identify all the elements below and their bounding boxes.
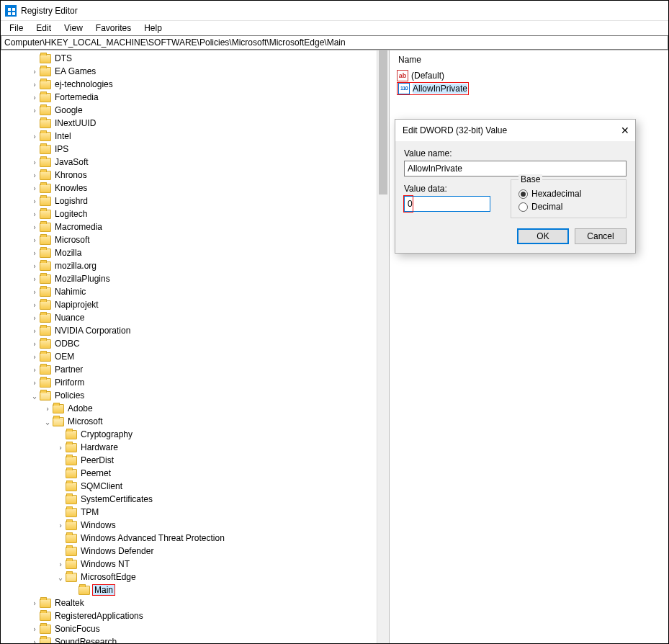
address-bar[interactable]: Computer\HKEY_LOCAL_MACHINE\SOFTWARE\Pol… bbox=[1, 35, 668, 50]
tree-item[interactable]: Windows Defender bbox=[55, 545, 389, 558]
collapse-icon[interactable]: ⌄ bbox=[55, 573, 66, 581]
expand-icon[interactable]: › bbox=[30, 288, 40, 296]
tree-item[interactable]: ›MozillaPlugins bbox=[30, 272, 389, 285]
radio-hexadecimal[interactable]: Hexadecimal bbox=[518, 189, 619, 199]
tree-item[interactable]: ›Logishrd bbox=[30, 194, 389, 207]
value-data-input[interactable] bbox=[404, 196, 490, 212]
dialog-titlebar[interactable]: Edit DWORD (32-bit) Value ✕ bbox=[395, 120, 635, 141]
tree-item[interactable]: ›Intel bbox=[30, 130, 389, 143]
registry-tree[interactable]: DTS›EA Games›ej-technologies›Fortemedia›… bbox=[30, 52, 389, 643]
tree-item[interactable]: ⌄MicrosoftEdge bbox=[55, 571, 389, 583]
tree-item[interactable]: ›Nahimic bbox=[30, 285, 389, 298]
expand-icon[interactable]: › bbox=[55, 444, 66, 452]
menu-help[interactable]: Help bbox=[138, 22, 168, 35]
expand-icon[interactable]: › bbox=[30, 158, 40, 166]
tree-item[interactable]: SQMClient bbox=[55, 480, 389, 493]
tree-item[interactable]: ⌄Microsoft bbox=[42, 415, 389, 428]
tree-item[interactable]: RegisteredApplications bbox=[30, 609, 389, 622]
tree-item[interactable]: TPM bbox=[55, 506, 389, 519]
expand-icon[interactable]: › bbox=[30, 599, 40, 607]
tree-item[interactable]: INextUUID bbox=[30, 117, 389, 130]
expand-icon[interactable]: › bbox=[30, 68, 40, 76]
tree-scrollbar[interactable] bbox=[377, 50, 389, 643]
menu-file[interactable]: File bbox=[4, 22, 29, 35]
expand-icon[interactable]: › bbox=[30, 327, 40, 335]
tree-item[interactable]: ›Realtek bbox=[30, 596, 389, 609]
tree-item[interactable]: ›Google bbox=[30, 104, 389, 117]
menu-view[interactable]: View bbox=[58, 22, 89, 35]
tree-item[interactable]: ›Piriform bbox=[30, 376, 389, 389]
tree-item[interactable]: ›Nuance bbox=[30, 311, 389, 324]
expand-icon[interactable]: › bbox=[30, 223, 40, 231]
expand-icon[interactable]: › bbox=[30, 301, 40, 309]
expand-icon[interactable]: › bbox=[30, 638, 40, 644]
expand-icon[interactable]: › bbox=[30, 314, 40, 322]
value-name-input[interactable] bbox=[404, 161, 627, 176]
expand-icon[interactable]: › bbox=[30, 184, 40, 192]
tree-item[interactable]: Windows Advanced Threat Protection bbox=[55, 532, 389, 545]
tree-item[interactable]: ›Macromedia bbox=[30, 220, 389, 233]
expand-icon[interactable]: › bbox=[30, 275, 40, 283]
expand-icon[interactable]: › bbox=[30, 133, 40, 140]
tree-item[interactable]: ›ej-technologies bbox=[30, 78, 389, 91]
tree-item[interactable]: ›Fortemedia bbox=[30, 91, 389, 104]
tree-item[interactable]: ›SoundResearch bbox=[30, 635, 389, 643]
tree-item[interactable]: ›OEM bbox=[30, 350, 389, 363]
expand-icon[interactable]: › bbox=[30, 353, 40, 361]
expand-icon[interactable]: › bbox=[30, 236, 40, 244]
expand-icon[interactable]: › bbox=[30, 210, 40, 218]
tree-item[interactable]: ›Adobe bbox=[42, 402, 389, 415]
tree-item[interactable]: ›Napiprojekt bbox=[30, 298, 389, 311]
expand-icon[interactable]: › bbox=[30, 197, 40, 205]
value-row[interactable]: AllowInPrivate bbox=[397, 82, 469, 95]
expand-icon[interactable]: › bbox=[42, 405, 53, 413]
tree-item[interactable]: ›ODBC bbox=[30, 337, 389, 350]
expand-icon[interactable]: › bbox=[30, 262, 40, 270]
tree-item[interactable]: Main bbox=[68, 583, 389, 596]
expand-icon[interactable]: › bbox=[55, 522, 66, 529]
tree-item[interactable]: ›Windows bbox=[55, 519, 389, 532]
folder-icon bbox=[66, 560, 77, 569]
tree-item[interactable]: ›mozilla.org bbox=[30, 259, 389, 272]
tree-item[interactable]: ›Mozilla bbox=[30, 246, 389, 259]
tree-item[interactable]: ›NVIDIA Corporation bbox=[30, 324, 389, 337]
expand-icon[interactable]: › bbox=[30, 379, 40, 387]
tree-item[interactable]: ›Microsoft bbox=[30, 233, 389, 246]
tree-item[interactable]: IPS bbox=[30, 143, 389, 156]
tree-item[interactable]: ›JavaSoft bbox=[30, 156, 389, 169]
expand-icon[interactable]: › bbox=[30, 81, 40, 89]
expand-icon[interactable]: › bbox=[55, 560, 66, 568]
tree-item[interactable]: ›Partner bbox=[30, 363, 389, 376]
collapse-icon[interactable]: ⌄ bbox=[42, 418, 53, 426]
expand-icon[interactable]: › bbox=[30, 625, 40, 633]
expand-icon[interactable]: › bbox=[30, 107, 40, 115]
ok-button[interactable]: OK bbox=[517, 228, 569, 244]
tree-item[interactable]: ›Logitech bbox=[30, 207, 389, 220]
expand-icon[interactable]: › bbox=[30, 366, 40, 374]
menu-edit[interactable]: Edit bbox=[30, 22, 57, 35]
tree-item[interactable]: SystemCertificates bbox=[55, 493, 389, 506]
tree-item[interactable]: ⌄Policies bbox=[30, 389, 389, 402]
expand-icon[interactable]: › bbox=[30, 171, 40, 179]
tree-item[interactable]: ›SonicFocus bbox=[30, 622, 389, 635]
tree-item[interactable]: ›Hardware bbox=[55, 441, 389, 454]
tree-item[interactable]: ›EA Games bbox=[30, 65, 389, 78]
collapse-icon[interactable]: ⌄ bbox=[30, 392, 40, 400]
cancel-button[interactable]: Cancel bbox=[575, 228, 627, 244]
values-column-header[interactable]: Name bbox=[397, 53, 668, 69]
tree-item[interactable]: ›Knowles bbox=[30, 182, 389, 194]
menu-favorites[interactable]: Favorites bbox=[90, 22, 137, 35]
tree-item[interactable]: Peernet bbox=[55, 467, 389, 480]
tree-item[interactable]: DTS bbox=[30, 52, 389, 65]
expand-icon[interactable]: › bbox=[30, 94, 40, 102]
close-icon[interactable]: ✕ bbox=[621, 125, 629, 136]
value-row[interactable]: (Default) bbox=[397, 69, 668, 82]
tree-item[interactable]: ›Khronos bbox=[30, 169, 389, 182]
expand-icon[interactable]: › bbox=[30, 340, 40, 348]
scrollbar-thumb[interactable] bbox=[379, 50, 387, 194]
expand-icon[interactable]: › bbox=[30, 249, 40, 257]
tree-item[interactable]: ›Windows NT bbox=[55, 558, 389, 571]
tree-item[interactable]: Cryptography bbox=[55, 428, 389, 441]
tree-item[interactable]: PeerDist bbox=[55, 454, 389, 467]
radio-decimal[interactable]: Decimal bbox=[518, 202, 619, 212]
